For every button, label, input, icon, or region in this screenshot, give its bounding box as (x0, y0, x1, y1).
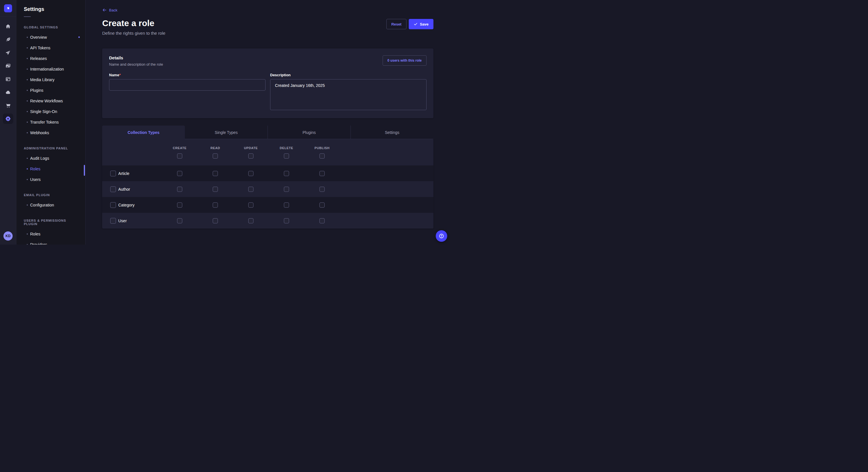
nav-marketplace-button[interactable] (3, 100, 13, 111)
header-actions: Reset Save (386, 19, 433, 29)
bullet-icon (27, 37, 28, 38)
article-create-checkbox[interactable] (177, 171, 182, 176)
category-publish-checkbox[interactable] (319, 202, 324, 208)
category-row-checkbox[interactable] (110, 202, 116, 208)
article-row-checkbox[interactable] (110, 171, 116, 176)
nav-settings-button[interactable] (3, 113, 13, 124)
app-window: KD Settings GLOBAL SETTINGS Overview API… (0, 0, 450, 245)
column-delete: DELETE (269, 146, 304, 159)
details-card: Details Name and description of the role… (102, 48, 433, 118)
page-title: Create a role (102, 19, 165, 28)
tab-single-types[interactable]: Single Types (185, 126, 268, 139)
select-all-update-checkbox[interactable] (248, 154, 253, 159)
user-read-checkbox[interactable] (213, 218, 218, 224)
column-read: READ (197, 146, 233, 159)
question-mark-icon (438, 233, 445, 239)
sidebar-item-audit-logs[interactable]: Audit Logs (17, 153, 85, 164)
bullet-icon (27, 47, 28, 48)
article-publish-checkbox[interactable] (319, 171, 324, 176)
nav-content-manager-button[interactable] (3, 34, 13, 45)
sidebar-item-review-workflows[interactable]: Review Workflows (17, 96, 85, 106)
details-subtitle: Name and description of the role (109, 62, 163, 67)
save-button[interactable]: Save (409, 19, 433, 29)
rail-bottom: KD (3, 231, 12, 241)
article-update-checkbox[interactable] (248, 171, 253, 176)
name-input[interactable] (109, 79, 266, 91)
column-update: UPDATE (233, 146, 269, 159)
nav-media-library-button[interactable] (3, 61, 13, 71)
select-all-delete-checkbox[interactable] (284, 154, 289, 159)
strapi-logo[interactable] (4, 4, 12, 12)
section-label-administration-panel: ADMINISTRATION PANEL (24, 146, 78, 150)
bullet-icon (27, 179, 28, 180)
author-delete-checkbox[interactable] (284, 187, 289, 192)
category-update-checkbox[interactable] (248, 202, 253, 208)
author-read-checkbox[interactable] (213, 187, 218, 192)
sidebar-item-api-tokens[interactable]: API Tokens (17, 42, 85, 53)
back-link[interactable]: Back (102, 8, 117, 12)
sidebar-item-roles-admin[interactable]: Roles (17, 164, 85, 174)
permissions-section: Collection Types Single Types Plugins Se… (102, 126, 433, 229)
user-create-checkbox[interactable] (177, 218, 182, 224)
description-label: Description (270, 73, 427, 77)
help-button[interactable] (436, 230, 447, 242)
users-with-role-button[interactable]: 0 users with this role (383, 55, 427, 66)
sidebar-item-roles-up[interactable]: Roles (17, 229, 85, 239)
sidebar-item-releases[interactable]: Releases (17, 53, 85, 64)
user-row-checkbox[interactable] (110, 218, 116, 224)
nav-releases-button[interactable] (3, 47, 13, 58)
bullet-icon (27, 132, 28, 133)
sidebar-item-webhooks[interactable]: Webhooks (17, 127, 85, 138)
strapi-logo-icon (5, 6, 11, 11)
user-delete-checkbox[interactable] (284, 218, 289, 224)
sidebar-item-single-sign-on[interactable]: Single Sign-On (17, 106, 85, 117)
sidebar-item-overview[interactable]: Overview (17, 32, 85, 42)
sidebar-item-media-library[interactable]: Media Library (17, 74, 85, 85)
tab-collection-types[interactable]: Collection Types (102, 126, 185, 139)
category-create-checkbox[interactable] (177, 202, 182, 208)
tab-settings[interactable]: Settings (350, 126, 433, 139)
nav-deploy-button[interactable] (3, 87, 13, 98)
author-create-checkbox[interactable] (177, 187, 182, 192)
category-read-checkbox[interactable] (213, 202, 218, 208)
description-textarea[interactable]: Created January 16th, 2025 (270, 79, 427, 110)
article-delete-checkbox[interactable] (284, 171, 289, 176)
nav-home-button[interactable] (3, 21, 13, 32)
select-all-create-checkbox[interactable] (177, 154, 182, 159)
author-row-checkbox[interactable] (110, 187, 116, 192)
sidebar-item-configuration[interactable]: Configuration (17, 200, 85, 210)
user-avatar[interactable]: KD (3, 231, 12, 241)
tab-plugins[interactable]: Plugins (268, 126, 350, 139)
paper-plane-icon (5, 50, 11, 56)
author-update-checkbox[interactable] (248, 187, 253, 192)
category-delete-checkbox[interactable] (284, 202, 289, 208)
home-icon (5, 24, 11, 29)
subnav-scrollbar-thumb[interactable] (84, 165, 85, 176)
user-update-checkbox[interactable] (248, 218, 253, 224)
sidebar-item-users[interactable]: Users (17, 174, 85, 185)
bullet-icon (27, 168, 28, 169)
bullet-icon (27, 204, 28, 206)
sidebar-item-providers[interactable]: Providers (17, 239, 85, 245)
bullet-icon (27, 158, 28, 159)
sidebar-item-transfer-tokens[interactable]: Transfer Tokens (17, 117, 85, 127)
cart-icon (5, 103, 11, 108)
select-all-read-checkbox[interactable] (213, 154, 218, 159)
sidebar-item-plugins[interactable]: Plugins (17, 85, 85, 96)
check-icon (414, 22, 417, 26)
gear-icon (5, 115, 11, 122)
section-label-users-permissions-plugin: USERS & PERMISSIONS PLUGIN (24, 219, 78, 226)
bullet-icon (27, 58, 28, 59)
nav-content-type-builder-button[interactable] (3, 74, 13, 84)
user-publish-checkbox[interactable] (319, 218, 324, 224)
rail-nav-list (3, 21, 13, 231)
main-nav-rail: KD (0, 0, 17, 245)
article-read-checkbox[interactable] (213, 171, 218, 176)
cloud-icon (5, 90, 11, 95)
page-heading: Create a role Define the rights given to… (102, 19, 165, 36)
sidebar-item-internationalization[interactable]: Internationalization (17, 64, 85, 74)
author-publish-checkbox[interactable] (319, 187, 324, 192)
table-row-user: User (102, 213, 433, 229)
select-all-publish-checkbox[interactable] (319, 154, 324, 159)
reset-button[interactable]: Reset (386, 19, 406, 29)
